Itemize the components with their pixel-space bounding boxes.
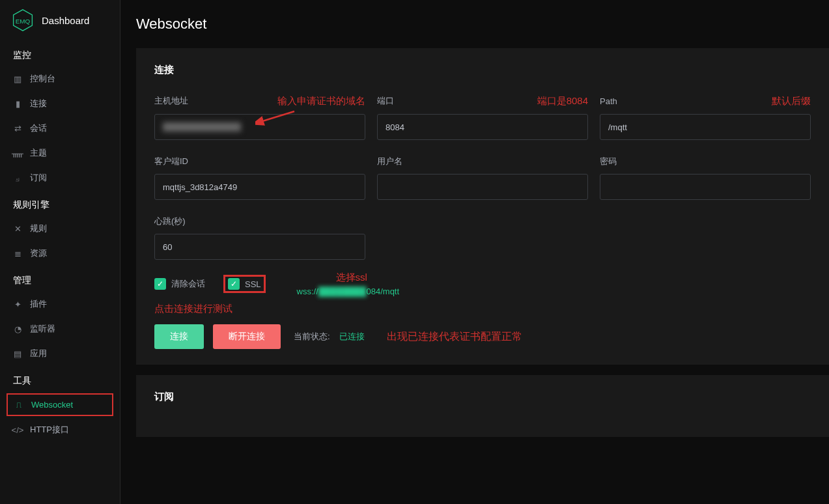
url-display: 选择ssl wss://████████084/mqtt: [297, 272, 400, 296]
nav-group-monitor: 监控: [0, 40, 120, 66]
sidebar-item-topics[interactable]: ᚅ主题: [0, 141, 120, 165]
status-annotation: 出现已连接代表证书配置正常: [387, 330, 522, 344]
websocket-icon: ⎍: [14, 400, 23, 410]
clean-session-group: ✓ 清除会话: [154, 278, 205, 290]
sidebar-item-label: 主题: [30, 147, 47, 159]
sidebar-item-label: Websocket: [31, 400, 73, 410]
sidebar-item-label: 规则: [30, 223, 47, 234]
code-icon: </>: [13, 425, 22, 434]
page-title: Websocket: [136, 16, 829, 33]
sidebar-item-label: 插件: [30, 298, 47, 310]
listener-icon: ◔: [13, 324, 22, 333]
path-annotation: 默认后缀: [772, 95, 811, 107]
sidebar-item-http-api[interactable]: </>HTTP接口: [0, 417, 120, 442]
hexagon-icon: EMQ: [11, 8, 35, 32]
plug-icon: ✦: [13, 300, 22, 309]
app-icon: ▤: [13, 349, 22, 358]
ssl-checkbox[interactable]: ✓: [228, 278, 240, 290]
sidebar-item-label: 订阅: [30, 172, 47, 184]
sidebar-item-subscriptions[interactable]: ⟓订阅: [0, 165, 120, 190]
path-field: Path 默认后缀: [600, 94, 811, 140]
sidebar-item-label: 监听器: [30, 323, 55, 335]
clean-session-label: 清除会话: [171, 278, 205, 290]
sidebar-item-resources[interactable]: ≣资源: [0, 241, 120, 266]
dashboard-label: Dashboard: [42, 15, 89, 26]
host-label: 主机地址: [154, 95, 188, 107]
sidebar: EMQ Dashboard 监控 ▥控制台 ▮连接 ⇄会话 ᚅ主题 ⟓订阅 规则…: [0, 0, 120, 504]
username-label: 用户名: [377, 156, 588, 167]
username-field: 用户名: [377, 156, 588, 200]
clean-session-checkbox[interactable]: ✓: [154, 278, 166, 290]
status-value: 已连接: [339, 331, 365, 343]
connect-panel: 连接 主机地址 输入申请证书的域名 端口 端口是8: [136, 48, 829, 365]
topic-icon: ᚅ: [13, 148, 22, 158]
ssl-annotation: 选择ssl: [336, 272, 400, 284]
host-field: 主机地址 输入申请证书的域名: [154, 94, 365, 140]
path-input[interactable]: [600, 114, 811, 140]
subscribe-panel: 订阅: [136, 375, 829, 437]
port-field: 端口 端口是8084: [377, 94, 588, 140]
sidebar-item-console[interactable]: ▥控制台: [0, 66, 120, 91]
wss-url: wss://████████084/mqtt: [297, 287, 400, 296]
port-input[interactable]: [377, 114, 588, 140]
nav-group-rule: 规则引擎: [0, 190, 120, 216]
shuffle-icon: ✕: [13, 224, 22, 233]
sidebar-item-rules[interactable]: ✕规则: [0, 216, 120, 241]
heartbeat-label: 心跳(秒): [154, 216, 365, 227]
heartbeat-input[interactable]: [154, 234, 365, 260]
sidebar-item-label: 控制台: [30, 73, 55, 85]
nav-group-manage: 管理: [0, 266, 120, 292]
sidebar-item-websocket[interactable]: ⎍Websocket: [7, 393, 113, 416]
port-annotation: 端口是8084: [537, 95, 588, 107]
password-label: 密码: [600, 156, 811, 167]
subscribe-panel-title: 订阅: [154, 391, 811, 403]
host-input[interactable]: [154, 114, 365, 140]
sidebar-item-sessions[interactable]: ⇄会话: [0, 116, 120, 141]
clientid-input[interactable]: [154, 174, 365, 200]
sidebar-item-listeners[interactable]: ◔监听器: [0, 316, 120, 341]
host-annotation: 输入申请证书的域名: [277, 95, 365, 107]
sidebar-item-label: 应用: [30, 348, 47, 359]
clientid-label: 客户端ID: [154, 156, 365, 167]
password-input[interactable]: [600, 174, 811, 200]
connect-panel-title: 连接: [154, 64, 811, 76]
password-field: 密码: [600, 156, 811, 200]
connect-button[interactable]: 连接: [154, 324, 204, 349]
sidebar-item-label: HTTP接口: [30, 424, 69, 436]
button-row: 连接 断开连接 当前状态: 已连接 出现已连接代表证书配置正常: [154, 324, 811, 349]
options-row: ✓ 清除会话 ✓ SSL 选择ssl wss://████████084/mqt…: [154, 272, 811, 296]
logo-row: EMQ Dashboard: [0, 0, 120, 40]
sidebar-item-label: 资源: [30, 247, 47, 259]
sidebar-item-plugins[interactable]: ✦插件: [0, 292, 120, 316]
logo-badge: EMQ: [10, 8, 35, 33]
main-content: Websocket 连接 主机地址 输入申请证书的域名: [120, 0, 829, 504]
status-label: 当前状态:: [294, 331, 330, 343]
svg-text:EMQ: EMQ: [16, 18, 31, 25]
bar-chart-icon: ▥: [13, 74, 22, 83]
nav-group-tools: 工具: [0, 366, 120, 392]
sidebar-item-label: 会话: [30, 122, 47, 134]
clientid-field: 客户端ID: [154, 156, 365, 200]
ssl-group: ✓ SSL: [223, 275, 266, 293]
sidebar-item-connections[interactable]: ▮连接: [0, 91, 120, 116]
path-label: Path: [600, 96, 617, 106]
username-input[interactable]: [377, 174, 588, 200]
list-icon: ≣: [13, 249, 22, 258]
click-annotation: 点击连接进行测试: [154, 303, 811, 315]
port-label: 端口: [377, 95, 394, 107]
connection-icon: ▮: [13, 99, 22, 108]
ssl-label: SSL: [245, 279, 261, 289]
sidebar-item-applications[interactable]: ▤应用: [0, 341, 120, 366]
disconnect-button[interactable]: 断开连接: [213, 324, 281, 349]
sidebar-item-label: 连接: [30, 98, 47, 109]
rss-icon: ⟓: [13, 173, 22, 182]
swap-icon: ⇄: [13, 124, 22, 133]
heartbeat-field: 心跳(秒): [154, 216, 365, 260]
